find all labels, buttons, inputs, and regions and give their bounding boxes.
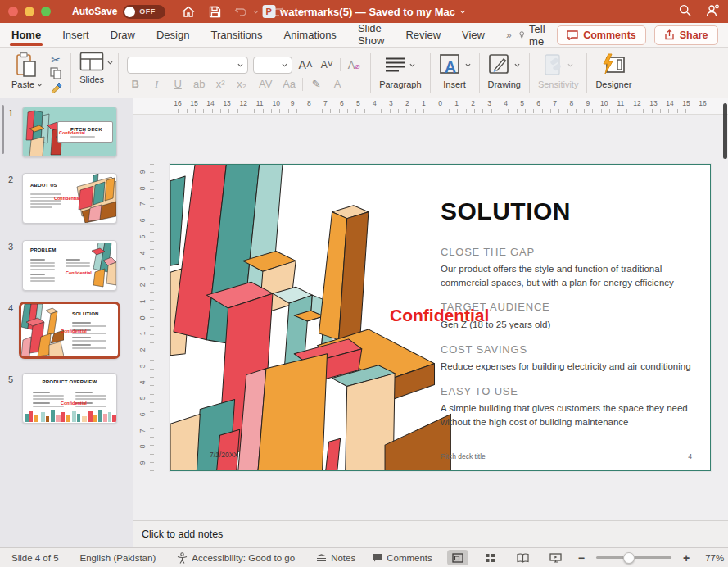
bold-button[interactable]: B bbox=[127, 78, 143, 90]
tell-me-button[interactable]: Tell me bbox=[519, 23, 549, 48]
slide-title[interactable]: SOLUTION bbox=[441, 197, 571, 225]
tab-review[interactable]: Review bbox=[405, 24, 441, 47]
character-spacing-button[interactable]: AV bbox=[255, 78, 276, 90]
sensitivity-icon bbox=[543, 53, 564, 76]
sensitivity-button[interactable]: Sensitivity bbox=[535, 51, 582, 96]
vertical-ruler[interactable]: 9876543210123456789 bbox=[136, 164, 149, 471]
comments-button[interactable]: Comments bbox=[557, 25, 646, 45]
slide-sorter-view-button[interactable] bbox=[480, 550, 501, 565]
italic-button[interactable]: I bbox=[148, 78, 165, 91]
minimize-window-button[interactable] bbox=[25, 7, 34, 16]
slide-editor[interactable]: SOLUTION CLOSE THE GAP Our product offer… bbox=[170, 164, 711, 471]
accessibility-status[interactable]: Accessibility: Good to go bbox=[177, 552, 295, 564]
slide-date[interactable]: 7/1/20XX bbox=[210, 451, 238, 459]
status-bar: Slide 4 of 5 English (Pakistan) Accessib… bbox=[0, 547, 728, 567]
notes-placeholder: Click to add notes bbox=[142, 528, 223, 540]
paragraph-button[interactable]: Paragraph bbox=[376, 51, 424, 96]
zoom-in-button[interactable]: + bbox=[683, 551, 690, 565]
autosave-toggle[interactable]: OFF bbox=[123, 5, 165, 19]
section-heading-cost-savings[interactable]: COST SAVINGS bbox=[441, 343, 527, 356]
section-body-close-the-gap[interactable]: Our product offers the style and functio… bbox=[441, 262, 711, 289]
thumbnail-slide-4[interactable]: 4 SOLUTION bbox=[0, 302, 133, 365]
format-painter-icon[interactable] bbox=[47, 80, 64, 93]
sensitivity-chevron-icon bbox=[567, 63, 573, 67]
thumbnail-slide-1[interactable]: 1 PITCH DECK Confidential bbox=[0, 107, 133, 164]
reading-view-button[interactable] bbox=[513, 550, 534, 565]
close-window-button[interactable] bbox=[8, 7, 18, 16]
canvas-scrollbar[interactable] bbox=[723, 103, 727, 159]
slides-chevron-icon[interactable] bbox=[107, 61, 113, 65]
slide-footer-title[interactable]: Pitch deck title bbox=[441, 452, 486, 460]
tab-view[interactable]: View bbox=[462, 24, 485, 47]
zoom-slider[interactable] bbox=[596, 556, 671, 559]
insert-chevron-icon bbox=[465, 63, 471, 67]
paste-button[interactable]: Paste bbox=[5, 51, 46, 96]
tab-animations[interactable]: Animations bbox=[284, 24, 337, 47]
share-button[interactable]: Share bbox=[654, 25, 718, 45]
powerpoint-window: AutoSave OFF ⋯ P watermarks(5) — Saved t… bbox=[0, 0, 728, 567]
underline-button[interactable]: U bbox=[170, 78, 186, 90]
ribbon-tabs: Home Insert Draw Design Transitions Anim… bbox=[0, 23, 728, 48]
copy-icon[interactable] bbox=[47, 67, 64, 80]
designer-button[interactable]: Designer bbox=[592, 51, 635, 96]
tab-home[interactable]: Home bbox=[11, 24, 41, 47]
tab-slide-show[interactable]: Slide Show bbox=[358, 17, 385, 52]
paste-icon bbox=[16, 52, 38, 78]
slideshow-view-button[interactable] bbox=[545, 550, 567, 565]
new-slide-icon bbox=[79, 52, 104, 73]
undo-menu-chevron-icon[interactable] bbox=[251, 3, 260, 20]
undo-icon[interactable] bbox=[233, 3, 249, 20]
slides-button[interactable]: Slides bbox=[76, 51, 107, 96]
notes-pane[interactable]: Click to add notes bbox=[133, 520, 728, 547]
comments-toggle[interactable]: Comments bbox=[372, 553, 432, 563]
thumbnail-slide-2[interactable]: 2 ABOUT US Confidential bbox=[0, 173, 133, 230]
section-body-cost-savings[interactable]: Reduce expenses for building electricity… bbox=[441, 360, 711, 374]
zoom-level[interactable]: 77% bbox=[701, 553, 724, 563]
tab-transitions[interactable]: Transitions bbox=[210, 24, 262, 47]
clear-formatting-button[interactable]: A⌀ bbox=[346, 59, 362, 71]
grow-font-button[interactable]: A˄ bbox=[297, 58, 314, 71]
account-icon[interactable] bbox=[706, 4, 720, 20]
section-heading-easy-to-use[interactable]: EASY TO USE bbox=[441, 385, 518, 397]
tabs-overflow-chevron[interactable]: » bbox=[506, 29, 511, 41]
cut-icon[interactable]: ✂ bbox=[47, 53, 64, 66]
language-selector[interactable]: English (Pakistan) bbox=[80, 553, 156, 563]
tab-design[interactable]: Design bbox=[156, 24, 189, 47]
thumbnail-slide-5[interactable]: 5 PRODUCT OVERVIEW Confidential bbox=[0, 373, 133, 430]
tab-draw[interactable]: Draw bbox=[111, 24, 135, 47]
subscript-button[interactable]: x₂ bbox=[233, 78, 250, 90]
autosave-toggle-knob bbox=[124, 7, 135, 17]
autosave-label: AutoSave bbox=[72, 6, 117, 17]
highlight-color-button[interactable]: ✎ bbox=[308, 78, 324, 90]
normal-view-button[interactable] bbox=[447, 550, 468, 565]
tab-insert[interactable]: Insert bbox=[62, 24, 89, 47]
search-icon[interactable] bbox=[679, 4, 691, 20]
section-heading-close-the-gap[interactable]: CLOSE THE GAP bbox=[441, 246, 535, 258]
font-color-button[interactable]: A bbox=[329, 78, 346, 90]
drawing-button[interactable]: Drawing bbox=[485, 51, 524, 96]
strikethrough-button[interactable]: ab bbox=[191, 78, 207, 90]
insert-button[interactable]: A Insert bbox=[436, 51, 474, 96]
maximize-window-button[interactable] bbox=[41, 7, 51, 16]
slide-indicator: Slide 4 of 5 bbox=[11, 553, 59, 563]
svg-text:A: A bbox=[444, 58, 455, 76]
home-icon[interactable] bbox=[180, 3, 197, 20]
font-size-chevron-icon bbox=[282, 63, 287, 67]
change-case-button[interactable]: Aa bbox=[281, 78, 297, 90]
drawing-icon bbox=[488, 53, 511, 76]
superscript-button[interactable]: x² bbox=[212, 78, 228, 90]
zoom-out-button[interactable]: − bbox=[578, 551, 585, 565]
document-title-text: watermarks(5) — Saved to my Mac bbox=[280, 6, 455, 18]
font-name-select[interactable] bbox=[127, 57, 248, 74]
zoom-slider-thumb[interactable] bbox=[623, 552, 635, 564]
notes-toggle[interactable]: Notes bbox=[316, 553, 355, 563]
designer-icon bbox=[601, 53, 626, 76]
document-title[interactable]: P watermarks(5) — Saved to my Mac bbox=[262, 5, 466, 18]
slide-page-number[interactable]: 4 bbox=[688, 452, 692, 460]
horizontal-ruler[interactable]: 1615141312111098765432101234567891011121… bbox=[133, 98, 728, 115]
shrink-font-button[interactable]: A˅ bbox=[319, 59, 335, 70]
thumbnail-slide-3[interactable]: 3 PROBLEM Confidential bbox=[0, 240, 133, 297]
save-icon[interactable] bbox=[206, 3, 223, 20]
section-body-easy-to-use[interactable]: A simple building that gives customers t… bbox=[441, 401, 711, 429]
font-size-select[interactable] bbox=[253, 57, 292, 74]
